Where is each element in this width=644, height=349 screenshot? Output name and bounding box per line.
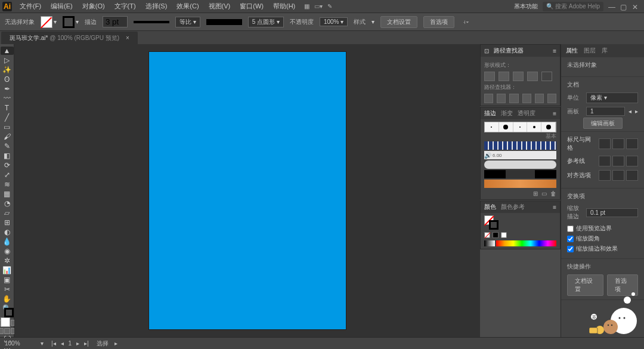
grayscale-ramp[interactable] — [484, 240, 495, 246]
guides-show-icon[interactable] — [599, 156, 611, 166]
qa-prefs-button[interactable]: 首选项 — [607, 274, 638, 296]
scale-stroke-value[interactable]: 0.1 pt — [586, 208, 638, 217]
width-tool[interactable]: ≋ — [1, 180, 14, 189]
artboard-number[interactable]: 1 — [586, 107, 625, 116]
graph-tool[interactable]: 📊 — [1, 266, 14, 274]
artboard[interactable] — [149, 52, 346, 329]
panel-menu-icon[interactable]: ≡ — [553, 110, 556, 117]
menu-edit[interactable]: 编辑(E) — [47, 2, 77, 11]
brush-preview[interactable] — [206, 19, 242, 25]
swatch-black[interactable] — [493, 232, 499, 238]
artboard-tool[interactable]: ▣ — [1, 276, 14, 284]
draw-normal-icon[interactable] — [0, 328, 4, 334]
swatch-none-icon[interactable] — [484, 232, 490, 238]
brush-sample-1[interactable] — [484, 141, 556, 150]
menu-view[interactable]: 视图(V) — [205, 2, 235, 11]
line-tool[interactable]: ╱ — [1, 113, 14, 122]
doc-tab-close-icon[interactable]: × — [126, 35, 129, 41]
help-search[interactable]: 🔍 搜索 Adobe Help — [543, 2, 603, 11]
color-guide-tab[interactable]: 颜色参考 — [501, 203, 525, 211]
rectangle-tool[interactable]: ▭ — [1, 123, 14, 131]
align-dropdown-icon[interactable]: ⫞▾ — [463, 18, 469, 25]
stroke-swatch[interactable] — [63, 16, 75, 28]
snap-grid-icon[interactable] — [612, 170, 624, 181]
cursor-icon[interactable]: ✎ — [327, 3, 332, 10]
intersect-icon[interactable] — [513, 72, 524, 81]
properties-tab[interactable]: 属性 — [566, 47, 578, 55]
brush-strip[interactable] — [484, 122, 556, 132]
stroke-dropdown-icon[interactable]: ▾ — [76, 18, 79, 25]
menu-type[interactable]: 文字(T) — [110, 2, 140, 11]
brush-tool[interactable]: 🖌 — [1, 132, 14, 141]
window-max-icon[interactable]: ▢ — [620, 3, 627, 10]
prev-artboard-icon[interactable]: ◂ — [59, 340, 66, 347]
divide-icon[interactable] — [484, 94, 493, 103]
eyedropper-tool[interactable]: 💧 — [1, 237, 14, 246]
swatch-white[interactable] — [501, 232, 507, 238]
last-artboard-icon[interactable]: ▸| — [82, 340, 91, 347]
gradient-tab[interactable]: 渐变 — [501, 109, 513, 118]
magic-wand-tool[interactable]: ✨ — [1, 66, 14, 74]
opacity-dropdown[interactable]: 100% — [320, 17, 348, 26]
perspective-tool[interactable]: ▱ — [1, 209, 14, 217]
menu-effect[interactable]: 效果(C) — [172, 2, 203, 11]
artboard-next-icon[interactable]: ▸ — [635, 108, 638, 115]
fill-indicator[interactable] — [1, 317, 10, 327]
artboard-prev-icon[interactable]: ◂ — [628, 108, 631, 115]
first-artboard-icon[interactable]: |◂ — [49, 340, 58, 347]
brush-sample-4[interactable] — [484, 170, 556, 178]
draw-behind-icon[interactable] — [4, 328, 10, 334]
fill-dropdown-icon[interactable]: ▾ — [54, 18, 57, 25]
snap-point-icon[interactable] — [599, 170, 611, 181]
trash-icon[interactable]: 🗑 — [550, 190, 556, 197]
menu-select[interactable]: 选择(S) — [141, 2, 172, 11]
curvature-tool[interactable]: 〰 — [1, 94, 14, 103]
smart-guides-icon[interactable] — [626, 156, 638, 166]
stroke-weight-input[interactable] — [103, 16, 128, 27]
brush-sample-5[interactable] — [484, 180, 556, 188]
fill-swatch[interactable] — [41, 16, 52, 28]
expand-button[interactable] — [541, 72, 552, 81]
eraser-tool[interactable]: ◧ — [1, 152, 14, 160]
blend-tool[interactable]: ◉ — [1, 247, 14, 255]
canvas[interactable] — [14, 44, 480, 337]
panel-menu-icon[interactable]: ≡ — [553, 48, 556, 54]
arrange-icon[interactable]: ▭▾ — [314, 3, 323, 10]
brush-lib-icon[interactable]: ⊞ — [533, 190, 538, 197]
zoom-dropdown-icon[interactable]: ▾ — [41, 340, 44, 347]
color-tab[interactable]: 颜色 — [484, 203, 496, 211]
pathfinder-tab[interactable]: 路径查找器 — [494, 47, 524, 55]
shape-builder-tool[interactable]: ◔ — [1, 199, 14, 208]
artboard-nav-number[interactable]: 1 — [67, 340, 74, 347]
bridge-icon[interactable]: ▦ — [304, 3, 309, 10]
color-spectrum[interactable] — [496, 240, 556, 246]
rotate-tool[interactable]: ⟳ — [1, 161, 14, 169]
stroke-profile-dropdown[interactable]: 等比 — [175, 17, 200, 27]
scale-tool[interactable]: ⤢ — [1, 171, 14, 179]
workspace-switcher[interactable]: 基本功能 — [514, 2, 538, 11]
ruler-toggle-icon[interactable] — [599, 138, 611, 149]
snap-toggle-icon[interactable] — [626, 138, 638, 149]
gradient-tool[interactable]: ◐ — [1, 228, 14, 236]
type-tool[interactable]: T — [1, 104, 14, 112]
document-tab[interactable]: 斑马班文学.ai* @ 100% (RGB/GPU 预览) × — [1, 32, 138, 44]
qa-doc-setup-button[interactable]: 文档设置 — [567, 274, 603, 296]
doc-setup-button[interactable]: 文档设置 — [380, 16, 417, 28]
snap-pixel-icon[interactable] — [626, 170, 638, 181]
exclude-icon[interactable] — [527, 72, 538, 81]
menu-window[interactable]: 窗口(W) — [236, 2, 268, 11]
edit-artboards-button[interactable]: 编辑画板 — [583, 118, 623, 129]
grid-toggle-icon[interactable] — [612, 138, 624, 149]
stroke-profile-preview[interactable] — [134, 21, 169, 23]
transparency-tab[interactable]: 透明度 — [518, 109, 535, 118]
unite-icon[interactable] — [484, 72, 495, 81]
minus-back-icon[interactable] — [547, 94, 556, 103]
merge-icon[interactable] — [509, 94, 518, 103]
preferences-button[interactable]: 首选项 — [423, 16, 454, 28]
stroke-indicator[interactable] — [4, 308, 14, 317]
brush-sample-2[interactable]: 🔊6.00 — [484, 151, 556, 159]
menu-help[interactable]: 帮助(H) — [269, 2, 299, 11]
style-dropdown-icon[interactable]: ▾ — [371, 18, 374, 25]
slice-tool[interactable]: ✂ — [1, 285, 14, 294]
free-transform-tool[interactable]: ▦ — [1, 190, 14, 198]
